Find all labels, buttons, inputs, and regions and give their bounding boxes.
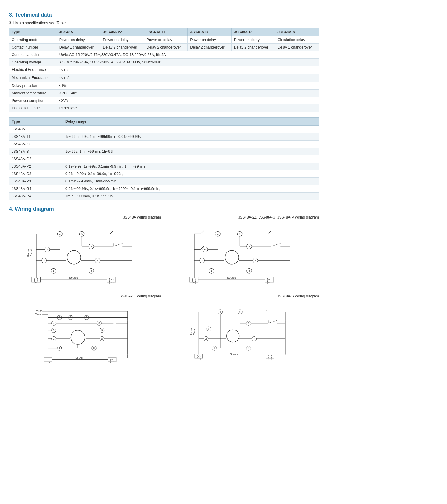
col-type2: Type: [9, 118, 63, 126]
wiring-svg-jss48a-s: Pause Reset 4 5: [170, 303, 316, 363]
svg-text:2: 2: [53, 337, 55, 340]
svg-text:{ ~ }: { ~ }: [109, 281, 114, 284]
section3-subtitle: 3.1 Main specifications see Table: [9, 21, 319, 25]
svg-text:{ ~ }: { ~ }: [46, 361, 50, 363]
svg-text:5: 5: [239, 232, 240, 235]
svg-text:1: 1: [211, 269, 212, 272]
wiring-svg-jss48a: Pause Reset 4 5: [12, 224, 158, 284]
svg-text:8: 8: [248, 347, 249, 350]
table-row: JSS48A-P2 0.1s~9.9s, 1s~99s, 0.1min~9.9m…: [9, 163, 319, 170]
svg-text:1: 1: [214, 347, 215, 350]
col-delay-range: Delay range: [63, 118, 319, 126]
table-row: Power consumption ≤3VA: [9, 97, 319, 104]
svg-text:{ ~ }: { ~ }: [267, 281, 271, 284]
table-row: JSS48A-G3 0.01s~9.99s, 0.1s~99.9s, 1s~99…: [9, 170, 319, 178]
svg-text:4: 4: [59, 232, 60, 235]
svg-text:Source: Source: [75, 356, 83, 359]
wiring-card-jss48a-2z: JSS48A-2Z, JSS48A-G, JSS48A-P Wiring dia…: [167, 215, 319, 288]
svg-text:{ ~ }: { ~ }: [197, 358, 201, 360]
svg-text:{ ~ }: { ~ }: [34, 281, 38, 284]
svg-text:2: 2: [205, 337, 207, 340]
col-jss48a-2z: JSS48A-2Z: [100, 28, 144, 36]
svg-text:Source: Source: [230, 353, 238, 356]
col-jss48a-11: JSS48A-11: [144, 28, 188, 36]
delay-range-table: Type Delay range JSS48A JSS48A-11 1s~99m…: [9, 117, 319, 200]
table-row: Electrical Endurance 1×105: [9, 66, 319, 74]
svg-text:Pause: Pause: [190, 328, 193, 336]
svg-text:3: 3: [46, 248, 48, 251]
svg-line-60: [268, 231, 271, 234]
svg-text:10: 10: [100, 337, 103, 340]
svg-text:Pause: Pause: [35, 310, 42, 313]
table-row: Installation mode Panel type: [9, 104, 319, 112]
svg-text:Pause: Pause: [27, 249, 30, 257]
svg-text:{ ~ }: { ~ }: [268, 358, 272, 360]
wiring-card-jss48a-s: JSS48A-S Wiring diagram Pause Reset 4: [167, 294, 319, 367]
svg-line-4: [110, 231, 113, 234]
svg-text:11: 11: [93, 347, 96, 350]
col-jss48a-s: JSS48A-S: [275, 28, 319, 36]
svg-text:{ ~ }: { ~ }: [192, 281, 196, 284]
svg-text:3: 3: [204, 248, 206, 251]
wiring-label-jss48a: JSS48A Wiring diagram: [9, 215, 161, 219]
table-row: JSS48A-P4 1min~9999min, 0.1h~999.9h: [9, 193, 319, 200]
svg-text:7: 7: [254, 259, 256, 262]
svg-text:7: 7: [97, 259, 98, 262]
svg-line-134: [113, 320, 116, 323]
svg-text:8: 8: [90, 269, 92, 272]
table-row: Contact number Delay 1 changerover Delay…: [9, 44, 319, 51]
wiring-svg-jss48a-2z: 4 5 6: [170, 224, 316, 284]
svg-point-140: [71, 330, 85, 345]
col-jss48a: JSS48A: [57, 28, 100, 36]
svg-text:6: 6: [248, 245, 250, 248]
table-row: JSS48A-11 1s~99min99s, 1min~99h99min, 0.…: [9, 133, 319, 141]
svg-point-25: [67, 251, 81, 264]
svg-text:9: 9: [101, 329, 103, 332]
svg-text:3: 3: [53, 329, 55, 332]
wiring-diagram-jss48a-11: Pause Reset 5 6 7: [9, 300, 161, 367]
table-row: JSS48A-P3 0.1min~99.9min, 1min~999min: [9, 178, 319, 185]
svg-text:1: 1: [59, 347, 60, 350]
table-row: Mechanical Endurance 1×106: [9, 74, 319, 82]
svg-text:Reset: Reset: [30, 249, 33, 256]
wiring-card-jss48a-11: JSS48A-11 Wiring diagram Pause Reset 5: [9, 294, 161, 367]
svg-text:8: 8: [98, 322, 100, 325]
svg-point-198: [227, 330, 239, 342]
svg-text:4: 4: [53, 322, 55, 325]
wiring-label-jss48a-2z: JSS48A-2Z, JSS48A-G, JSS48A-P Wiring dia…: [167, 215, 319, 219]
svg-text:7: 7: [254, 337, 255, 340]
wiring-diagram-jss48a: Pause Reset 4 5: [9, 221, 161, 288]
table-row: Contact capacity Ue/Ie:AC-15 220V/0.75A,…: [9, 51, 319, 59]
svg-text:6: 6: [248, 322, 249, 325]
svg-text:4: 4: [217, 232, 218, 235]
svg-text:4: 4: [219, 310, 221, 313]
wiring-grid: JSS48A Wiring diagram Pause Reset: [9, 215, 319, 367]
table-row: JSS48A-G4 0.01s~99.99s, 0.1s~999.9s, 1s~…: [9, 185, 319, 193]
wiring-svg-jss48a-11: Pause Reset 5 6 7: [12, 303, 158, 363]
wiring-diagram-jss48a-2z: 4 5 6: [167, 221, 319, 288]
svg-line-177: [266, 309, 268, 312]
wiring-label-jss48a-11: JSS48A-11 Wiring diagram: [9, 294, 161, 298]
wiring-label-jss48a-s: JSS48A-S Wiring diagram: [167, 294, 319, 298]
svg-text:8: 8: [248, 269, 250, 272]
table-row: Delay precision ≤1%: [9, 82, 319, 90]
table-row: Operating voltage AC/DC: 24V~48V, 100V~2…: [9, 59, 319, 66]
svg-text:Source: Source: [69, 276, 78, 279]
table-row: JSS48A: [9, 126, 319, 133]
table-row: JSS48A-G2: [9, 155, 319, 163]
svg-line-19: [113, 243, 123, 246]
svg-line-192: [268, 320, 277, 323]
svg-text:1: 1: [53, 269, 54, 272]
svg-text:2: 2: [201, 259, 203, 262]
svg-text:5: 5: [239, 310, 241, 313]
svg-text:2: 2: [44, 259, 45, 262]
section3-title: 3. Technical data: [9, 12, 319, 18]
svg-text:{ ~ }: { ~ }: [110, 361, 114, 363]
col-type: Type: [9, 28, 57, 36]
svg-text:Reset: Reset: [35, 313, 42, 316]
wiring-section: JSS48A Wiring diagram Pause Reset: [9, 215, 319, 367]
svg-text:Source: Source: [227, 276, 236, 279]
svg-line-75: [271, 243, 281, 246]
svg-point-83: [225, 251, 239, 264]
table-row: Ambient temperature -5°C~+40°C: [9, 90, 319, 97]
